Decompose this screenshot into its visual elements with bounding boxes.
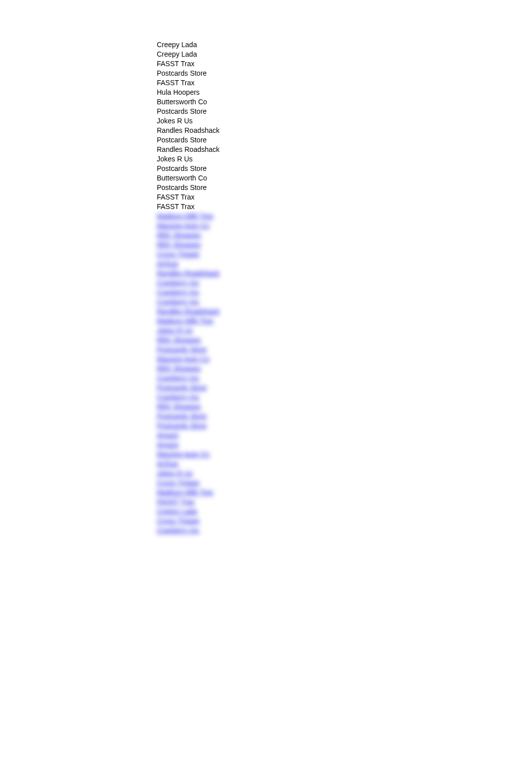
list-item-link[interactable]: FASST Trax bbox=[157, 497, 219, 507]
list-item: Jokes R Us bbox=[157, 154, 219, 164]
list-item-link[interactable]: ArtSup bbox=[157, 459, 219, 469]
list-item: Jokes R Us bbox=[157, 116, 219, 126]
list-item-link[interactable]: Amaze bbox=[157, 431, 219, 440]
list-item: Postcards Store bbox=[157, 107, 219, 116]
list-item: Postcards Store bbox=[157, 69, 219, 78]
list-item-link[interactable]: Cranberry Inc bbox=[157, 297, 219, 307]
list-item-link[interactable]: Massive Auto Co bbox=[157, 221, 219, 231]
list-item-link[interactable]: Jokes R Us bbox=[157, 469, 219, 478]
list-item-link[interactable]: Cranberry Inc bbox=[157, 288, 219, 297]
list-item-link[interactable]: Cranberry Inc bbox=[157, 373, 219, 383]
list-item-link[interactable]: Crono Trigger bbox=[157, 478, 219, 488]
list-item-link[interactable]: Creepy Lada bbox=[157, 507, 219, 516]
list-item: Buttersworth Co bbox=[157, 173, 219, 183]
list-item: FASST Trax bbox=[157, 192, 219, 202]
list-item: Creepy Lada bbox=[157, 50, 219, 59]
list-item-link[interactable]: REK Shoppes bbox=[157, 364, 219, 373]
list-item-link[interactable]: Postcards Store bbox=[157, 421, 219, 431]
list-item-link[interactable]: REK Shoppes bbox=[157, 240, 219, 250]
list-item-link[interactable]: Crono Trigger bbox=[157, 516, 219, 526]
list-item-link[interactable]: Jokes R Us bbox=[157, 326, 219, 335]
list-item-link[interactable]: Postcards Store bbox=[157, 412, 219, 421]
list-item-link[interactable]: Massive Auto Co bbox=[157, 450, 219, 459]
list-item: FASST Trax bbox=[157, 78, 219, 88]
list-item-link[interactable]: Cranberry Inc bbox=[157, 393, 219, 402]
list-item: FASST Trax bbox=[157, 202, 219, 212]
list-item-link[interactable]: Crono Trigger bbox=[157, 250, 219, 259]
list-item-link[interactable]: Cranberry Inc bbox=[157, 526, 219, 535]
list-item-link[interactable]: REK Shoppes bbox=[157, 402, 219, 412]
list-item-link[interactable]: Madison Milk Trex bbox=[157, 316, 219, 326]
list-item-link[interactable]: Madison Milk Trex bbox=[157, 212, 219, 221]
list-item: Randles Roadshack bbox=[157, 145, 219, 154]
list-item-link[interactable]: Randles Roadshack bbox=[157, 307, 219, 316]
list-item-link[interactable]: Cranberry Inc bbox=[157, 278, 219, 288]
list-item: Creepy Lada bbox=[157, 40, 219, 50]
list-item-link[interactable]: REK Shoppes bbox=[157, 231, 219, 240]
list-item-link[interactable]: Postcards Store bbox=[157, 345, 219, 354]
list-item: Postcards Store bbox=[157, 135, 219, 145]
list-item: Randles Roadshack bbox=[157, 126, 219, 135]
list-item-link[interactable]: Massive Auto Co bbox=[157, 354, 219, 364]
list-item: Postcards Store bbox=[157, 183, 219, 192]
list-item: Postcards Store bbox=[157, 164, 219, 173]
list-item-link[interactable]: Randles Roadshack bbox=[157, 269, 219, 278]
list-item-link[interactable]: Madison Milk Trex bbox=[157, 488, 219, 497]
list-item: Hula Hoopers bbox=[157, 88, 219, 97]
list-item-link[interactable]: REK Shoppes bbox=[157, 335, 219, 345]
item-list: Creepy LadaCreepy LadaFASST TraxPostcard… bbox=[157, 40, 219, 535]
list-item-link[interactable]: Postcards Store bbox=[157, 383, 219, 393]
list-item-link[interactable]: ArtSup bbox=[157, 259, 219, 269]
list-item: Buttersworth Co bbox=[157, 97, 219, 107]
list-item-link[interactable]: Amaze bbox=[157, 440, 219, 450]
list-item: FASST Trax bbox=[157, 59, 219, 69]
